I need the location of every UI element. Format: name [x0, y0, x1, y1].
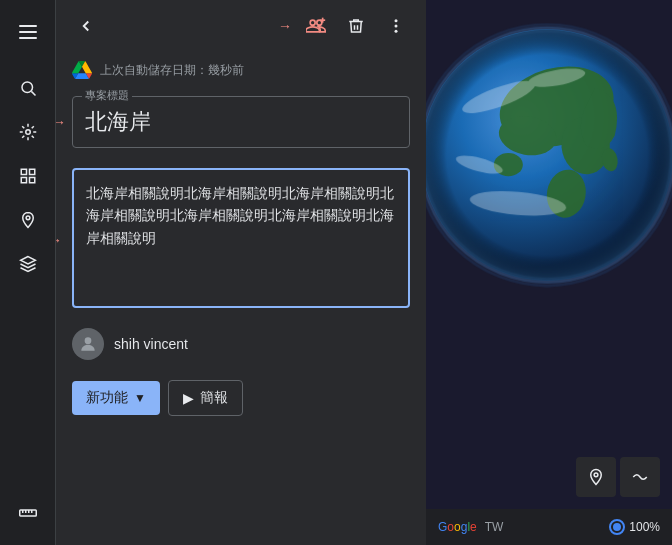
- svg-point-10: [26, 216, 30, 220]
- svg-rect-7: [29, 169, 34, 174]
- play-icon: ▶: [183, 390, 194, 406]
- svg-point-19: [395, 19, 398, 22]
- add-person-arrow-indicator: →: [278, 18, 292, 34]
- svg-rect-2: [19, 37, 37, 39]
- map-route-button[interactable]: [620, 457, 660, 497]
- dropdown-arrow-icon: ▼: [134, 391, 146, 405]
- svg-point-38: [594, 473, 598, 477]
- svg-rect-9: [29, 178, 34, 183]
- map-overlay-buttons: [576, 457, 660, 497]
- left-sidebar: [0, 0, 56, 545]
- svg-rect-8: [21, 178, 26, 183]
- panel-header: →: [56, 0, 426, 52]
- back-button[interactable]: [68, 8, 104, 44]
- project-title-input[interactable]: 北海岸: [72, 96, 410, 148]
- svg-point-20: [395, 25, 398, 28]
- earth-svg: [426, 10, 672, 300]
- ruler-icon[interactable]: [8, 493, 48, 533]
- svg-rect-6: [21, 169, 26, 174]
- zoom-circle-icon: [609, 519, 625, 535]
- project-title-field: → 專案標題 北海岸: [72, 96, 410, 148]
- user-row: shih vincent: [72, 328, 410, 360]
- svg-marker-11: [20, 257, 35, 265]
- autosave-row: 上次自動儲存日期：幾秒前: [72, 60, 410, 80]
- user-name: shih vincent: [114, 336, 188, 352]
- svg-rect-1: [19, 31, 37, 33]
- new-feature-button[interactable]: 新功能 ▼: [72, 381, 160, 415]
- google-logo: Google: [438, 520, 477, 534]
- delete-button[interactable]: [338, 8, 374, 44]
- description-wrapper: →: [72, 168, 410, 312]
- avatar: [72, 328, 104, 360]
- add-person-button[interactable]: [298, 8, 334, 44]
- svg-rect-0: [19, 25, 37, 27]
- map-bottom-bar: Google TW 100%: [426, 509, 672, 545]
- svg-point-3: [22, 82, 33, 93]
- google-tw-label: TW: [485, 520, 504, 534]
- panel-content: 上次自動儲存日期：幾秒前 → 專案標題 北海岸 → shih vincent: [56, 52, 426, 545]
- svg-point-21: [395, 30, 398, 33]
- layers-icon[interactable]: [8, 244, 48, 284]
- zoom-percent: 100%: [629, 520, 660, 534]
- more-options-button[interactable]: [378, 8, 414, 44]
- project-panel: →: [56, 0, 426, 545]
- project-title-label: 專案標題: [82, 88, 132, 103]
- svg-point-22: [85, 337, 92, 344]
- map-location-button[interactable]: [576, 457, 616, 497]
- autosave-text: 上次自動儲存日期：幾秒前: [100, 62, 244, 79]
- svg-point-37: [426, 29, 672, 280]
- menu-icon[interactable]: [8, 12, 48, 52]
- zoom-indicator: 100%: [609, 519, 660, 535]
- svg-point-5: [25, 130, 30, 135]
- title-arrow-indicator: →: [56, 114, 66, 130]
- search-sidebar-icon[interactable]: [8, 68, 48, 108]
- drive-icon: [72, 60, 92, 80]
- action-row: 新功能 ▼ ▶ 簡報: [72, 380, 410, 416]
- description-input[interactable]: [72, 168, 410, 308]
- settings-icon[interactable]: [8, 112, 48, 152]
- map-area[interactable]: Google TW 100%: [426, 0, 672, 545]
- location-pin-icon[interactable]: [8, 200, 48, 240]
- grid-icon[interactable]: [8, 156, 48, 196]
- presentation-button[interactable]: ▶ 簡報: [168, 380, 243, 416]
- svg-line-4: [31, 91, 35, 95]
- description-arrow-indicator: →: [56, 232, 62, 248]
